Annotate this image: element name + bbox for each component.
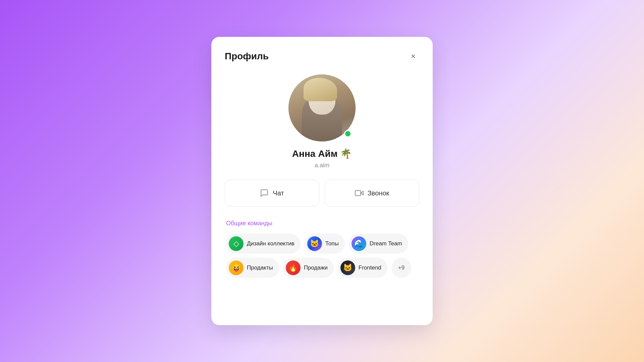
profile-avatar-section: Анна Айм 🌴 a.aim (225, 74, 419, 169)
avatar-hair (304, 78, 337, 101)
team-avatar-tops: 🐱 (307, 236, 322, 251)
team-chip-dream[interactable]: 🌊 Dream Team (349, 234, 408, 254)
action-buttons: Чат Звонок (225, 180, 419, 206)
team-name-tops: Топы (325, 240, 339, 247)
team-avatar-sales: 🔥 (286, 260, 301, 275)
online-status-dot (344, 130, 352, 137)
chat-label: Чат (273, 189, 284, 197)
profile-username: a.aim (315, 162, 329, 169)
modal-title: Профиль (225, 51, 269, 62)
common-teams-section: Общие команды ◇ Дизайн коллектив 🐱 Топы … (225, 220, 419, 278)
more-teams-button[interactable]: +9 (391, 258, 411, 278)
close-button[interactable]: × (407, 50, 419, 62)
teams-grid: ◇ Дизайн коллектив 🐱 Топы 🌊 Dream Team (226, 234, 419, 278)
svg-marker-0 (361, 191, 363, 195)
call-label: Звонок (368, 189, 389, 197)
avatar-wrapper (288, 74, 356, 141)
modal-header: Профиль × (225, 50, 419, 62)
profile-name: Анна Айм 🌴 (292, 148, 352, 159)
call-button[interactable]: Звонок (325, 180, 419, 206)
team-avatar-products: 😝 (229, 260, 244, 275)
team-chip-tops[interactable]: 🐱 Топы (305, 234, 345, 254)
team-chip-products[interactable]: 😝 Продакты (226, 258, 279, 278)
team-avatar-dream: 🌊 (352, 236, 366, 251)
team-name-dream: Dream Team (370, 240, 402, 247)
team-name-products: Продакты (247, 264, 273, 271)
video-icon (355, 189, 364, 197)
team-avatar-design: ◇ (229, 236, 244, 251)
more-count-label: +9 (398, 264, 405, 271)
team-chip-frontend[interactable]: 🐱 Frontend (338, 258, 387, 278)
team-chip-design[interactable]: ◇ Дизайн коллектив (226, 234, 301, 254)
svg-rect-1 (355, 190, 361, 195)
teams-section-label: Общие команды (226, 220, 419, 227)
team-chip-sales[interactable]: 🔥 Продажи (283, 258, 334, 278)
team-avatar-frontend: 🐱 (340, 260, 355, 275)
team-name-sales: Продажи (304, 264, 328, 271)
chat-button[interactable]: Чат (225, 180, 319, 206)
team-name-frontend: Frontend (359, 264, 381, 271)
team-name-design: Дизайн коллектив (247, 240, 294, 247)
chat-icon (260, 189, 269, 197)
profile-modal: Профиль × Анна Айм 🌴 a.aim Чат (211, 37, 433, 325)
